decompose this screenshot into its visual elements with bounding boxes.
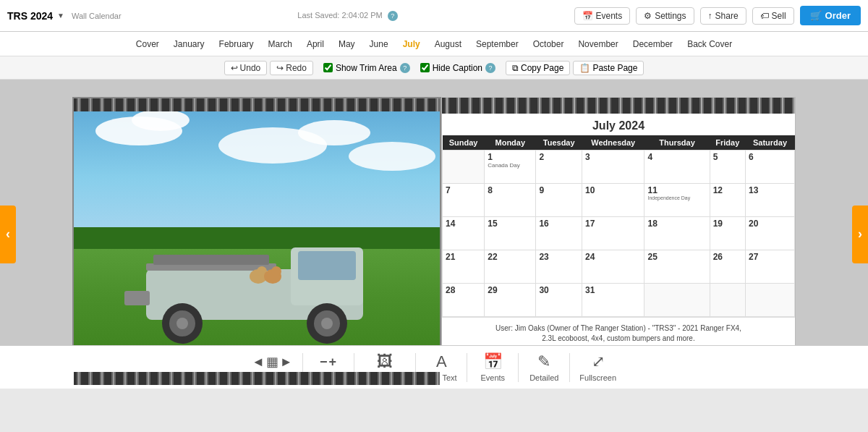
cal-cell: 26 (710, 250, 745, 283)
topbar-center: Last Saved: 2:04:02 PM ? (297, 11, 397, 21)
redo-button[interactable]: ↪ Redo (270, 61, 313, 75)
week-row: 28 29 30 31 (443, 283, 795, 316)
svg-rect-10 (153, 255, 269, 265)
detailed-tool[interactable]: ✎ Detailed (522, 352, 566, 382)
tab-october[interactable]: October (526, 38, 571, 51)
events-tool[interactable]: 📅 Events (471, 352, 514, 382)
tab-march[interactable]: March (261, 38, 299, 51)
cal-spiral-top (442, 98, 795, 114)
events-button[interactable]: 📅 Events (574, 7, 631, 25)
cal-cell: 8 (485, 183, 536, 216)
sell-button[interactable]: 🏷 Sell (752, 7, 794, 25)
month-nav: Cover January February March April May J… (0, 32, 868, 56)
undo-button[interactable]: ↩ Undo (224, 61, 268, 75)
col-thu: Thursday (644, 135, 710, 151)
cal-cell: 17 (582, 216, 644, 250)
cal-cell: 29 (485, 283, 536, 316)
paste-icon: 📋 (579, 63, 590, 73)
spiral-bottom-photo (74, 372, 440, 385)
tab-june[interactable]: June (362, 38, 396, 51)
events-label: Events (480, 373, 505, 382)
col-mon: Monday (485, 135, 536, 151)
tab-november[interactable]: November (571, 38, 625, 51)
cal-cell: 9 (536, 183, 582, 216)
minus-icon[interactable]: − (320, 355, 328, 370)
cal-cell: 2 (536, 150, 582, 183)
cal-cell: 31 (582, 283, 644, 316)
tab-july[interactable]: July (396, 38, 427, 51)
cart-icon: 🛒 (810, 10, 822, 21)
tab-september[interactable]: September (469, 38, 526, 51)
plus-icon[interactable]: + (329, 355, 337, 370)
cloud4 (298, 120, 370, 145)
add-text-icon: A (436, 352, 447, 371)
prev-page-button[interactable]: ‹ (0, 206, 16, 263)
order-button[interactable]: 🛒 Order (800, 6, 861, 25)
week-row: 7 8 9 10 11Independence Day 12 13 (443, 183, 795, 216)
settings-icon: ⚙ (644, 11, 652, 21)
show-trim-help-icon[interactable]: ? (400, 63, 410, 73)
tab-august[interactable]: August (427, 38, 469, 51)
fullscreen-tool[interactable]: ⤢ Fullscreen (574, 352, 622, 382)
hide-caption-checkbox[interactable] (420, 63, 430, 72)
cal-cell (745, 283, 794, 316)
cloud2 (132, 109, 190, 131)
cal-cell (443, 150, 485, 183)
detailed-label: Detailed (529, 373, 558, 382)
cal-cell: 15 (485, 216, 536, 250)
calendar-icon: 📅 (582, 11, 593, 21)
show-trim-group: Show Trim Area ? (323, 63, 410, 73)
tab-back-cover[interactable]: Back Cover (680, 38, 739, 51)
col-tue: Tuesday (536, 135, 582, 151)
fullscreen-label: Fullscreen (579, 373, 616, 382)
copy-paste-group: ⧉ Copy Page 📋 Paste Page (506, 61, 644, 75)
cal-cell: 18 (644, 216, 710, 250)
hide-caption-label[interactable]: Hide Caption (420, 63, 482, 73)
main-area: ‹ JUN (0, 80, 868, 389)
cal-cell: 11Independence Day (644, 183, 710, 216)
help-icon[interactable]: ? (388, 11, 398, 21)
photo-page[interactable] (72, 97, 441, 386)
share-button[interactable]: ↑ Share (700, 7, 746, 25)
cal-title: July 2024 (442, 114, 795, 135)
calendar-spread: July 2024 Sunday Monday Tuesday Wednesda… (58, 90, 810, 379)
redo-icon: ↪ (276, 63, 284, 73)
tab-january[interactable]: January (166, 38, 212, 51)
layout-icon-group: ◄ ▦ ► (252, 354, 293, 370)
hide-caption-group: Hide Caption ? (420, 63, 495, 73)
cal-cell: 14 (443, 216, 485, 250)
cal-cell: 22 (485, 250, 536, 283)
dropdown-arrow[interactable]: ▼ (57, 12, 64, 20)
hide-caption-help-icon[interactable]: ? (485, 63, 495, 73)
undo-redo-group: ↩ Undo ↪ Redo (224, 61, 313, 75)
svg-point-5 (176, 318, 188, 329)
cal-cell: 24 (582, 250, 644, 283)
cal-cell: 6 (745, 150, 794, 183)
svg-point-8 (321, 318, 333, 329)
arrow-right-icon: ► (280, 355, 293, 370)
tab-february[interactable]: February (212, 38, 261, 51)
next-page-button[interactable]: › (852, 206, 868, 263)
show-trim-checkbox[interactable] (323, 63, 333, 72)
fullscreen-icon: ⤢ (592, 352, 605, 371)
week-row: 21 22 23 24 25 26 27 (443, 250, 795, 283)
paste-page-button[interactable]: 📋 Paste Page (573, 61, 644, 75)
tab-april[interactable]: April (299, 38, 331, 51)
truck-svg (117, 233, 392, 349)
share-icon: ↑ (708, 11, 712, 21)
show-trim-label[interactable]: Show Trim Area (323, 63, 397, 73)
cal-cell: 23 (536, 250, 582, 283)
tab-december[interactable]: December (626, 38, 680, 51)
cal-cell: 1Canada Day (485, 150, 536, 183)
col-wed: Wednesday (582, 135, 644, 151)
tab-may[interactable]: May (331, 38, 362, 51)
cloud5 (349, 142, 435, 171)
settings-button[interactable]: ⚙ Settings (636, 7, 694, 25)
arrow-left-icon: ◄ (252, 355, 265, 370)
cal-cell: 13 (745, 183, 794, 216)
app-subtitle: Wall Calendar (72, 12, 122, 20)
cal-cell: 19 (710, 216, 745, 250)
tab-cover[interactable]: Cover (129, 38, 166, 51)
week-row: 1Canada Day 2 3 4 5 6 (443, 150, 795, 183)
copy-page-button[interactable]: ⧉ Copy Page (506, 61, 570, 75)
